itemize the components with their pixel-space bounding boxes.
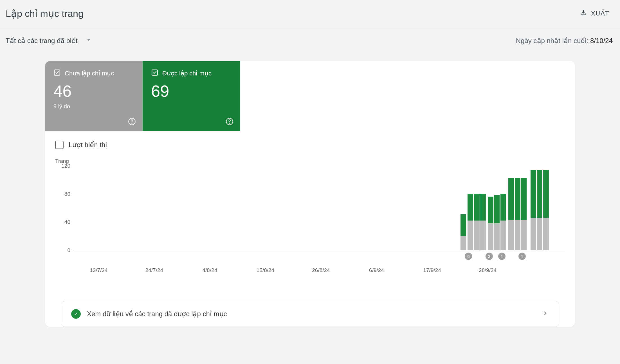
- bar-notindexed-segment: [494, 223, 500, 250]
- bar-column[interactable]: [474, 194, 480, 250]
- bar-notindexed-segment: [460, 236, 466, 250]
- y-tick: 0: [67, 247, 70, 253]
- x-axis: 13/7/2424/7/244/8/2415/8/2426/8/246/9/24…: [73, 267, 565, 278]
- impressions-toggle-row: Lượt hiển thị: [45, 131, 575, 152]
- bar-notindexed-segment: [468, 221, 473, 250]
- export-label: XUẤT: [591, 10, 609, 17]
- tabs-row: Chưa lập chỉ mục 46 9 lý do Được lập chỉ…: [45, 61, 575, 131]
- svg-point-2: [132, 123, 132, 123]
- bar-indexed-segment: [494, 195, 500, 223]
- x-badges-row: 6311: [73, 253, 565, 262]
- x-tick: 24/7/24: [145, 267, 163, 273]
- tab-indexed-value: 69: [151, 83, 232, 99]
- bar-column[interactable]: [480, 194, 486, 250]
- bar-indexed-segment: [537, 170, 542, 218]
- subheader: Tất cả các trang đã biết Ngày cập nhật l…: [0, 29, 620, 53]
- x-tick: 13/7/24: [90, 267, 107, 273]
- bar-column[interactable]: [537, 170, 542, 250]
- last-updated-date: 8/10/24: [590, 37, 613, 44]
- y-tick: 80: [64, 191, 70, 197]
- tab-not-indexed-label: Chưa lập chỉ mục: [65, 70, 114, 77]
- bar-indexed-segment: [508, 178, 514, 220]
- bar-indexed-segment: [460, 214, 466, 236]
- impressions-checkbox[interactable]: [55, 141, 64, 149]
- bar-notindexed-segment: [474, 221, 480, 250]
- bar-column[interactable]: [521, 178, 527, 250]
- check-circle-icon: [71, 309, 81, 319]
- filter-dropdown[interactable]: Tất cả các trang đã biết: [6, 37, 92, 45]
- bar-column[interactable]: [460, 214, 466, 250]
- y-tick: 40: [64, 219, 70, 225]
- bar-notindexed-segment: [500, 221, 506, 250]
- bar-notindexed-segment: [508, 220, 514, 250]
- bar-column[interactable]: [543, 170, 549, 250]
- tab-not-indexed-value: 46: [53, 83, 134, 99]
- chart-area: 04080120: [55, 166, 565, 250]
- bar-notindexed-segment: [531, 218, 536, 250]
- bar-indexed-segment: [488, 197, 493, 223]
- tab-indexed-label: Được lập chỉ mục: [162, 70, 212, 77]
- x-tick: 17/9/24: [423, 267, 441, 273]
- bar-notindexed-segment: [537, 218, 542, 250]
- bar-column[interactable]: [488, 197, 493, 250]
- bar-indexed-segment: [531, 170, 536, 218]
- bar-indexed-segment: [480, 194, 486, 221]
- bar-column[interactable]: [494, 195, 500, 250]
- bar-indexed-segment: [515, 178, 520, 220]
- bar-notindexed-segment: [488, 223, 493, 250]
- bar-column[interactable]: [515, 178, 520, 250]
- help-icon[interactable]: [128, 118, 136, 125]
- bar-column[interactable]: [531, 170, 536, 250]
- info-row-text: Xem dữ liệu về các trang đã được lập chỉ…: [87, 310, 535, 318]
- bar-indexed-segment: [500, 194, 506, 221]
- download-icon: [580, 9, 587, 18]
- svg-point-5: [229, 123, 230, 123]
- bar-indexed-segment: [521, 178, 527, 220]
- last-updated-label: Ngày cập nhật lần cuối:: [516, 37, 590, 44]
- impressions-label: Lượt hiển thị: [69, 141, 107, 149]
- bar-notindexed-segment: [543, 218, 549, 250]
- bar-notindexed-segment: [521, 220, 527, 250]
- x-badge[interactable]: 3: [486, 253, 493, 260]
- view-indexed-pages-row[interactable]: Xem dữ liệu về các trang đã được lập chỉ…: [61, 301, 559, 327]
- x-tick: 28/9/24: [479, 267, 497, 273]
- page-title: Lập chỉ mục trang: [6, 8, 84, 19]
- x-tick: 4/8/24: [203, 267, 217, 273]
- export-button[interactable]: XUẤT: [576, 7, 613, 20]
- filter-label: Tất cả các trang đã biết: [6, 37, 78, 45]
- tab-not-indexed-subtitle: 9 lý do: [53, 103, 134, 110]
- page-header: Lập chỉ mục trang XUẤT: [0, 0, 620, 29]
- chevron-right-icon: [542, 310, 549, 318]
- bar-column[interactable]: [508, 178, 514, 250]
- bar-notindexed-segment: [515, 220, 520, 250]
- x-tick: 26/8/24: [312, 267, 330, 273]
- chart-y-label: Trang: [55, 158, 565, 164]
- plot-area[interactable]: [73, 166, 565, 250]
- chart: Trang 04080120 6311 13/7/2424/7/244/8/24…: [45, 152, 575, 287]
- bar-indexed-segment: [468, 194, 473, 221]
- x-badge[interactable]: 1: [498, 253, 506, 260]
- x-badge[interactable]: 6: [465, 253, 472, 260]
- checkbox-checked-icon: [151, 69, 158, 78]
- main-card: Chưa lập chỉ mục 46 9 lý do Được lập chỉ…: [45, 61, 575, 327]
- chevron-down-icon: [86, 37, 92, 45]
- x-badge[interactable]: 1: [518, 253, 526, 260]
- x-tick: 6/9/24: [369, 267, 384, 273]
- last-updated: Ngày cập nhật lần cuối: 8/10/24: [516, 37, 613, 45]
- help-icon[interactable]: [226, 118, 233, 125]
- bar-column[interactable]: [468, 194, 473, 250]
- tab-not-indexed[interactable]: Chưa lập chỉ mục 46 9 lý do: [45, 61, 143, 131]
- x-tick: 15/8/24: [257, 267, 274, 273]
- bar-indexed-segment: [474, 194, 480, 221]
- tab-indexed[interactable]: Được lập chỉ mục 69: [143, 61, 240, 131]
- bar-column[interactable]: [500, 194, 506, 250]
- bar-notindexed-segment: [480, 221, 486, 250]
- bar-indexed-segment: [543, 170, 549, 218]
- checkbox-checked-icon: [53, 69, 61, 78]
- y-axis: 04080120: [55, 166, 73, 250]
- y-tick: 120: [61, 163, 70, 169]
